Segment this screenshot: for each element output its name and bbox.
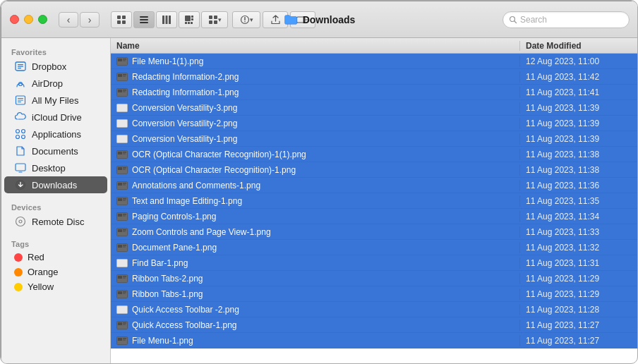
file-name-cell: File Menu-1(1).png <box>111 56 520 67</box>
svg-rect-85 <box>123 246 126 247</box>
name-column-header[interactable]: Name <box>111 41 520 51</box>
column-view-button[interactable] <box>156 11 177 28</box>
file-row[interactable]: Conversion Versatility-2.png 11 Aug 2023… <box>111 116 638 131</box>
svg-rect-93 <box>123 291 126 293</box>
file-label: Conversion Versatility-3.png <box>132 103 237 113</box>
file-icon <box>116 56 128 67</box>
file-name-cell: File Menu-1.png <box>111 335 520 346</box>
file-row[interactable]: Document Pane-1.png 11 Aug 2023, 11:32 <box>111 240 638 255</box>
file-row[interactable]: OCR (Optical Character Recognition)-1(1)… <box>111 147 638 162</box>
sidebar-item-label: AirDrop <box>32 78 63 89</box>
dropbox-icon <box>14 60 27 73</box>
svg-rect-53 <box>123 90 126 91</box>
svg-rect-15 <box>191 22 193 24</box>
gallery-view-button[interactable] <box>179 11 200 28</box>
file-icon <box>116 304 128 315</box>
window: ‹ › ▾ ▾ <box>1 1 638 364</box>
search-bar[interactable]: Search <box>502 11 630 28</box>
svg-rect-92 <box>118 291 122 294</box>
icon-view-button[interactable] <box>111 11 132 28</box>
sidebar-item-tag-yellow[interactable]: Yellow <box>4 279 107 294</box>
svg-rect-60 <box>123 152 126 153</box>
file-label: Conversion Versatility-1.png <box>132 134 237 144</box>
action-menu-button[interactable]: ▾ <box>232 11 260 28</box>
file-name-cell: Conversion Versatility-3.png <box>111 102 520 114</box>
file-date: 11 Aug 2023, 11:29 <box>520 274 638 284</box>
sidebar-item-remote-disc[interactable]: Remote Disc <box>4 213 107 230</box>
favorites-section-label: Favorites <box>1 44 110 58</box>
sidebar-item-tag-red[interactable]: Red <box>4 250 107 265</box>
file-row[interactable]: Quick Access Toolbar-1.png 11 Aug 2023, … <box>111 317 638 333</box>
file-row[interactable]: Text and Image Editing-1.png 11 Aug 2023… <box>111 193 638 209</box>
file-row[interactable]: Zoom Controls and Page View-1.png 11 Aug… <box>111 224 638 240</box>
file-row[interactable]: Annotations and Comments-1.png 11 Aug 20… <box>111 178 638 193</box>
file-icon <box>116 118 128 129</box>
sidebar-item-desktop[interactable]: Desktop <box>4 159 107 176</box>
file-date: 11 Aug 2023, 11:36 <box>520 181 638 190</box>
svg-rect-83 <box>118 245 122 248</box>
close-button[interactable] <box>10 15 19 24</box>
file-row[interactable]: File Menu-1.png 11 Aug 2023, 11:27 <box>111 333 638 348</box>
sidebar-item-all-my-files[interactable]: All My Files <box>4 92 107 109</box>
forward-button[interactable]: › <box>80 12 100 28</box>
svg-rect-61 <box>123 153 126 154</box>
file-date: 11 Aug 2023, 11:41 <box>520 87 638 97</box>
grid-dropdown-button[interactable]: ▾ <box>201 11 228 28</box>
file-name-cell: Redacting Information-1.png <box>111 87 520 98</box>
sidebar-item-label: Applications <box>32 129 81 140</box>
file-row[interactable]: Paging Controls-1.png 11 Aug 2023, 11:34 <box>111 209 638 224</box>
file-row[interactable]: Quick Access Toolbar -2.png 11 Aug 2023,… <box>111 302 638 317</box>
file-label: Annotations and Comments-1.png <box>132 181 260 190</box>
file-row[interactable]: Conversion Versatility-1.png 11 Aug 2023… <box>111 131 638 147</box>
file-row[interactable]: File Menu-1(1).png 12 Aug 2023, 11:00 <box>111 54 638 69</box>
minimize-button[interactable] <box>24 15 33 24</box>
file-icon <box>116 211 128 222</box>
file-label: Redacting Information-1.png <box>132 87 239 97</box>
downloads-icon <box>14 178 27 191</box>
file-row[interactable]: Redacting Information-1.png 11 Aug 2023,… <box>111 85 638 100</box>
svg-rect-73 <box>123 200 126 200</box>
file-label: File Menu-1.png <box>132 336 193 346</box>
svg-rect-56 <box>117 119 128 127</box>
sidebar-item-icloud[interactable]: iCloud Drive <box>4 109 107 126</box>
sidebar-item-airdrop[interactable]: AirDrop <box>4 75 107 92</box>
svg-rect-19 <box>214 20 217 24</box>
file-row[interactable]: Redacting Information-2.png 11 Aug 2023,… <box>111 69 638 85</box>
sidebar-item-applications[interactable]: Applications <box>4 126 107 142</box>
svg-rect-1 <box>122 16 126 19</box>
sidebar-item-label: Dropbox <box>32 61 66 72</box>
title-group: Downloads <box>284 14 356 25</box>
sidebar-item-documents[interactable]: Documents <box>4 142 107 159</box>
file-name-cell: Document Pane-1.png <box>111 242 520 253</box>
file-row[interactable]: Ribbon Tabs-2.png 11 Aug 2023, 11:29 <box>111 271 638 286</box>
maximize-button[interactable] <box>38 15 47 24</box>
sidebar-item-downloads[interactable]: Downloads <box>4 176 107 193</box>
svg-rect-18 <box>209 20 212 24</box>
file-row[interactable]: OCR (Optical Character Recognition)-1.pn… <box>111 162 638 178</box>
svg-point-41 <box>16 217 25 226</box>
file-name-cell: Quick Access Toolbar-1.png <box>111 320 520 331</box>
file-date: 12 Aug 2023, 11:00 <box>520 56 638 66</box>
sidebar-item-label: Orange <box>28 267 58 277</box>
svg-rect-98 <box>123 322 126 324</box>
sidebar-item-label: All My Files <box>32 95 78 106</box>
list-view-button[interactable] <box>133 11 155 28</box>
file-row[interactable]: Ribbon Tabs-1.png 11 Aug 2023, 11:29 <box>111 286 638 302</box>
all-files-icon <box>14 94 27 107</box>
svg-rect-4 <box>140 16 148 18</box>
svg-rect-81 <box>123 231 126 231</box>
date-column-header[interactable]: Date Modified <box>520 41 638 51</box>
file-row[interactable]: Find Bar-1.png 11 Aug 2023, 11:31 <box>111 255 638 271</box>
file-row[interactable]: Conversion Versatility-3.png 11 Aug 2023… <box>111 100 638 116</box>
back-button[interactable]: ‹ <box>59 12 78 28</box>
file-label: Paging Controls-1.png <box>132 212 216 222</box>
svg-rect-102 <box>123 338 126 339</box>
window-controls <box>10 15 47 24</box>
applications-icon <box>14 128 27 140</box>
sidebar-item-dropbox[interactable]: Dropbox <box>4 58 107 75</box>
airdrop-icon <box>14 77 27 90</box>
file-icon <box>116 289 128 300</box>
file-list: File Menu-1(1).png 12 Aug 2023, 11:00 Re… <box>111 54 638 364</box>
file-date: 11 Aug 2023, 11:35 <box>520 196 638 206</box>
sidebar-item-tag-orange[interactable]: Orange <box>4 265 107 279</box>
